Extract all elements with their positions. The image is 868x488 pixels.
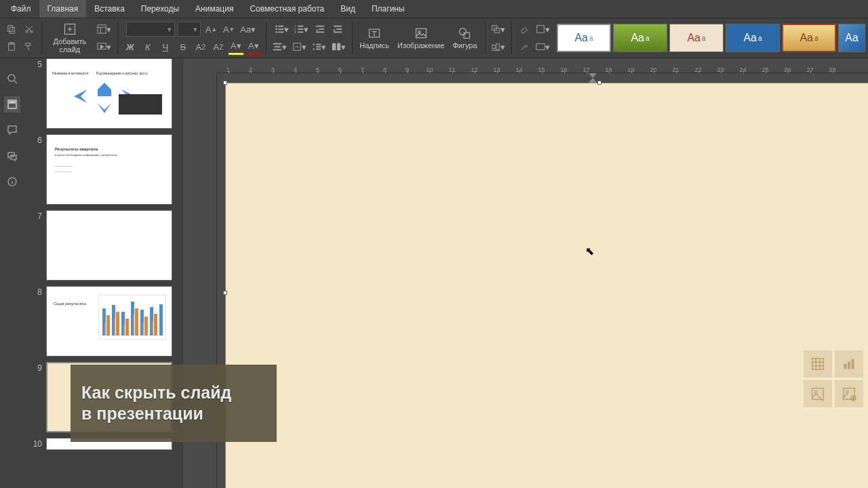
caption-overlay: Как скрыть слайдв презентации — [71, 365, 277, 442]
menu-view[interactable]: Вид — [332, 0, 363, 18]
align-v-icon[interactable]: ▾ — [291, 39, 308, 55]
image-button[interactable]: Изображение — [393, 19, 448, 57]
font-size-select[interactable]: ▾ — [178, 22, 201, 37]
handle-nw[interactable] — [223, 81, 227, 85]
decrease-font-icon[interactable]: A▼ — [221, 21, 236, 37]
placeholder-grid — [804, 350, 863, 407]
highlight-icon[interactable]: A▾ — [229, 39, 243, 55]
bullets-icon[interactable]: ▾ — [273, 21, 290, 37]
svg-rect-61 — [125, 319, 129, 336]
italic-icon[interactable]: К — [140, 39, 155, 55]
svg-rect-10 — [278, 26, 283, 27]
line-spacing-icon[interactable]: ▾ — [311, 39, 328, 55]
svg-rect-21 — [315, 26, 323, 27]
svg-rect-63 — [144, 317, 148, 336]
svg-rect-65 — [104, 322, 106, 336]
svg-rect-45 — [537, 26, 545, 33]
superscript-icon[interactable]: A2 — [193, 39, 208, 55]
left-sidebar — [0, 58, 24, 488]
cut-icon[interactable] — [22, 21, 37, 37]
thumb-num-6: 6 — [30, 134, 42, 205]
svg-point-78 — [846, 390, 848, 393]
format-painter-icon[interactable] — [22, 39, 37, 55]
layout-icon[interactable]: ▾ — [96, 21, 113, 37]
svg-rect-66 — [114, 319, 115, 336]
shape-button[interactable]: Фигура — [448, 19, 481, 57]
info-icon[interactable] — [4, 174, 20, 190]
svg-rect-46 — [536, 44, 545, 50]
svg-rect-70 — [152, 321, 153, 336]
menu-transitions[interactable]: Переходы — [133, 0, 187, 18]
fill-icon[interactable]: ▾ — [534, 21, 551, 37]
change-case-icon[interactable]: Aa▾ — [239, 21, 257, 37]
svg-point-39 — [460, 28, 467, 35]
font-color-icon[interactable]: A▾ — [246, 39, 261, 55]
increase-indent-icon[interactable] — [330, 21, 345, 37]
eraser-icon[interactable] — [517, 21, 532, 37]
thumb-num-5: 5 — [30, 58, 42, 129]
font-name-select[interactable]: ▾ — [126, 22, 175, 37]
svg-rect-32 — [316, 46, 321, 47]
svg-text:3: 3 — [294, 30, 296, 34]
svg-rect-67 — [123, 325, 125, 336]
svg-rect-74 — [852, 359, 854, 369]
strike-icon[interactable]: S — [176, 39, 191, 55]
menu-animation[interactable]: Анимация — [187, 0, 241, 18]
handle-w[interactable] — [223, 291, 227, 295]
align-objects-icon[interactable]: ▾ — [490, 39, 507, 55]
bold-icon[interactable]: Ж — [123, 39, 138, 55]
thumb-7[interactable] — [46, 210, 172, 281]
theme-2[interactable]: Aaa — [613, 24, 667, 52]
chat-icon[interactable] — [4, 148, 20, 164]
theme-5[interactable]: Aaa — [782, 24, 836, 52]
theme-3[interactable]: Aaa — [669, 24, 724, 52]
slide-canvas[interactable]: ⬉ — [225, 83, 868, 488]
numbering-icon[interactable]: 123▾ — [293, 21, 310, 37]
search-icon[interactable] — [4, 70, 20, 87]
menu-home[interactable]: Главная — [39, 0, 87, 18]
slideshow-icon[interactable]: ▾ — [96, 39, 113, 55]
svg-rect-28 — [274, 46, 280, 47]
theme-6[interactable]: Aa — [838, 24, 865, 52]
svg-rect-69 — [142, 323, 144, 336]
menu-insert[interactable]: Вставка — [86, 0, 133, 18]
arrange-icon[interactable]: ▾ — [490, 21, 507, 37]
svg-rect-71 — [812, 359, 824, 370]
menu-collab[interactable]: Совместная работа — [241, 0, 332, 18]
thumb-5[interactable]: Название в активности Подтверждение и ри… — [46, 58, 172, 129]
decrease-indent-icon[interactable] — [313, 21, 328, 37]
increase-font-icon[interactable]: A▲ — [203, 21, 218, 37]
slides-panel-icon[interactable] — [4, 96, 20, 113]
svg-rect-35 — [336, 43, 340, 51]
textbox-button[interactable]: Надпись — [355, 19, 393, 57]
placeholder-online-image-icon[interactable] — [835, 380, 863, 407]
add-slide-button[interactable]: Добавить слайд — [45, 19, 94, 57]
comments-icon[interactable] — [4, 122, 20, 138]
svg-point-13 — [275, 31, 277, 33]
handle-n[interactable] — [597, 81, 601, 85]
add-slide-label: Добавить слайд — [50, 37, 90, 54]
theme-4[interactable]: Aaa — [726, 24, 780, 52]
underline-icon[interactable]: Ч — [158, 39, 173, 55]
theme-1[interactable]: Aaa — [557, 24, 611, 52]
svg-rect-34 — [332, 43, 335, 51]
placeholder-chart-icon[interactable] — [835, 350, 863, 378]
themes-gallery: Aaa Aaa Aaa Aaa Aaa Aa — [557, 24, 865, 52]
paste-icon[interactable] — [4, 39, 19, 55]
placeholder-table-icon[interactable] — [804, 350, 832, 378]
cursor-icon: ⬉ — [585, 245, 594, 258]
placeholder-image-icon[interactable] — [804, 380, 832, 407]
thumb-6[interactable]: Результаты кварталаи далее необходимая и… — [46, 134, 172, 205]
menu-plugins[interactable]: Плагины — [363, 0, 413, 18]
thumb-8[interactable]: Сюда результаты — [46, 286, 172, 357]
align-h-icon[interactable]: ▾ — [271, 39, 288, 55]
subscript-icon[interactable]: A2 — [211, 39, 226, 55]
copy-icon[interactable] — [4, 21, 19, 37]
svg-rect-59 — [106, 315, 110, 336]
columns-icon[interactable]: ▾ — [330, 39, 347, 55]
svg-point-76 — [814, 390, 817, 393]
menu-file[interactable]: Файл — [3, 0, 39, 18]
canvas-area: 1234567891011121314151617181920212223242… — [183, 58, 868, 488]
slide-size-icon[interactable]: ▾ — [534, 39, 551, 55]
eyedropper-icon[interactable] — [517, 39, 532, 55]
